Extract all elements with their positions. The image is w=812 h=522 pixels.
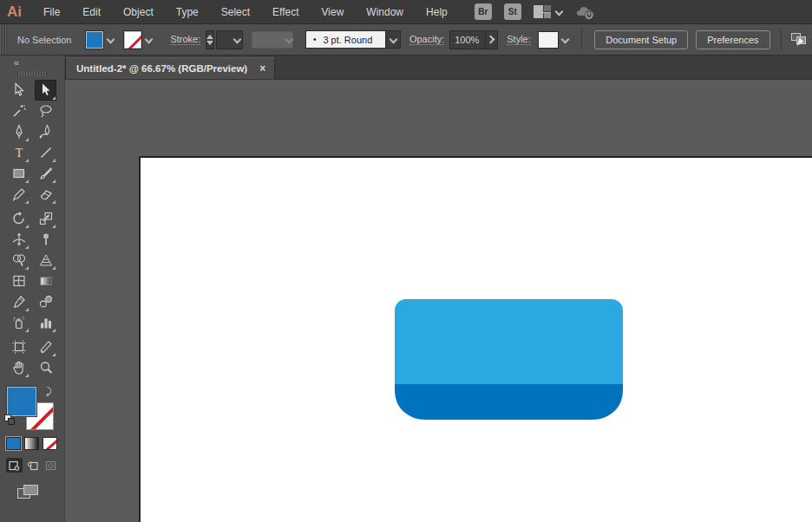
- canvas-pasteboard[interactable]: [65, 80, 812, 522]
- fill-color-dropdown[interactable]: [85, 30, 116, 49]
- cloud-sync-icon[interactable]: [574, 3, 597, 21]
- color-button[interactable]: [6, 437, 21, 450]
- variable-width-profile-dropdown: [252, 31, 293, 49]
- flyout-indicator: [52, 159, 56, 162]
- perspective-grid-tool[interactable]: [35, 250, 56, 271]
- stroke-none-swatch[interactable]: [123, 30, 142, 49]
- gradient-tool[interactable]: [35, 271, 56, 291]
- bridge-button[interactable]: Br: [475, 3, 492, 20]
- blend-tool[interactable]: [35, 291, 56, 312]
- flyout-indicator: [25, 329, 29, 332]
- menu-effect[interactable]: Effect: [261, 6, 310, 18]
- shaper-tool[interactable]: [8, 184, 29, 205]
- width-tool[interactable]: [8, 229, 29, 250]
- swap-fill-stroke-icon[interactable]: [46, 385, 57, 396]
- stock-button[interactable]: St: [504, 3, 521, 20]
- toolbar-collapse-button[interactable]: «: [14, 58, 19, 69]
- tool-grid: T: [8, 80, 56, 378]
- artboard-tool[interactable]: [8, 336, 29, 357]
- direct-selection-tool[interactable]: [35, 80, 56, 101]
- menubar-right-icons: Br St: [475, 3, 597, 21]
- brush-definition-chevron[interactable]: [385, 30, 401, 49]
- toolbar-grip[interactable]: [17, 71, 47, 76]
- stepper-down-icon[interactable]: [206, 41, 213, 45]
- screen-mode-icon[interactable]: [17, 483, 40, 500]
- opacity-expand-arrow[interactable]: [485, 31, 497, 49]
- document-setup-button[interactable]: Document Setup: [594, 30, 688, 49]
- flyout-indicator: [52, 353, 56, 356]
- stroke-weight-label[interactable]: Stroke:: [170, 34, 200, 45]
- draw-behind-button[interactable]: [24, 458, 41, 473]
- flyout-indicator: [25, 159, 29, 162]
- menu-help[interactable]: Help: [415, 6, 459, 18]
- menu-object[interactable]: Object: [112, 6, 165, 18]
- eraser-tool[interactable]: [35, 184, 56, 205]
- mesh-tool[interactable]: [8, 271, 29, 291]
- flyout-indicator: [52, 329, 56, 332]
- scale-tool[interactable]: [35, 208, 56, 229]
- stroke-weight-dropdown[interactable]: [216, 30, 243, 49]
- flyout-indicator: [25, 245, 29, 249]
- opacity-input[interactable]: [450, 35, 485, 45]
- rectangle-tool[interactable]: [8, 163, 29, 184]
- line-segment-tool[interactable]: [35, 142, 56, 163]
- style-dropdown[interactable]: [538, 30, 571, 49]
- column-graph-tool[interactable]: [35, 312, 56, 333]
- artboard[interactable]: [139, 156, 812, 522]
- menu-file[interactable]: File: [32, 6, 71, 18]
- slice-tool[interactable]: [35, 336, 56, 357]
- control-bar: No Selection Stroke: • 3 pt. Round: [0, 24, 812, 55]
- paintbrush-tool[interactable]: [35, 163, 56, 184]
- panel-dock-icon[interactable]: [789, 30, 809, 49]
- type-tool[interactable]: T: [8, 142, 29, 163]
- document-tab[interactable]: Untitled-2* @ 66.67% (RGB/Preview) ×: [65, 57, 275, 79]
- menu-type[interactable]: Type: [165, 6, 210, 18]
- pen-tool[interactable]: [8, 121, 29, 142]
- stepper-up-icon[interactable]: [206, 35, 213, 39]
- workspace-layout-icon: [534, 5, 551, 18]
- flyout-indicator: [52, 179, 56, 183]
- tab-close-icon[interactable]: ×: [259, 62, 265, 75]
- opacity-label[interactable]: Opacity:: [409, 34, 444, 45]
- brush-definition-field[interactable]: • 3 pt. Round: [305, 30, 385, 49]
- menu-window[interactable]: Window: [355, 6, 415, 18]
- magic-wand-tool[interactable]: [8, 101, 29, 121]
- flyout-indicator: [25, 138, 29, 141]
- blue-container-shape[interactable]: [395, 299, 623, 421]
- brush-bullet: •: [313, 35, 317, 44]
- fill-color-swatch[interactable]: [85, 30, 104, 49]
- none-button[interactable]: [43, 437, 57, 450]
- puppet-warp-tool[interactable]: [35, 229, 56, 250]
- selection-tool[interactable]: [8, 80, 29, 101]
- menu-select[interactable]: Select: [210, 6, 261, 18]
- draw-normal-button[interactable]: [6, 458, 23, 473]
- chevron-down-icon: [561, 36, 568, 43]
- shape-top-half: [395, 299, 623, 384]
- curvature-tool[interactable]: [35, 121, 56, 142]
- document-area: Untitled-2* @ 66.67% (RGB/Preview) ×: [65, 55, 812, 522]
- menu-view[interactable]: View: [311, 6, 356, 18]
- stroke-weight-stepper[interactable]: [206, 30, 214, 49]
- stroke-color-dropdown[interactable]: [123, 30, 154, 49]
- workspace-switcher[interactable]: [534, 5, 562, 18]
- shape-builder-tool[interactable]: [8, 250, 29, 271]
- menu-edit[interactable]: Edit: [71, 6, 112, 18]
- hand-tool[interactable]: [8, 357, 29, 378]
- rotate-tool[interactable]: [8, 208, 29, 229]
- flyout-indicator: [52, 96, 56, 100]
- illustrator-window: Ai File Edit Object Type Select Effect V…: [0, 0, 812, 522]
- lasso-tool[interactable]: [35, 101, 56, 121]
- preferences-button[interactable]: Preferences: [696, 30, 769, 49]
- eyedropper-tool[interactable]: [8, 291, 29, 312]
- gradient-button[interactable]: [24, 437, 39, 450]
- default-fill-stroke-icon[interactable]: [4, 414, 16, 426]
- symbol-sprayer-tool[interactable]: [8, 312, 29, 333]
- fill-stroke-indicator: [7, 385, 57, 430]
- zoom-tool[interactable]: [35, 357, 56, 378]
- style-swatch[interactable]: [538, 31, 559, 49]
- selection-status-label: No Selection: [17, 35, 71, 45]
- controlbar-grip[interactable]: [0, 24, 7, 55]
- fill-proxy-swatch[interactable]: [7, 387, 36, 416]
- brush-definition-combo[interactable]: • 3 pt. Round: [305, 30, 401, 49]
- style-label[interactable]: Style:: [507, 34, 531, 45]
